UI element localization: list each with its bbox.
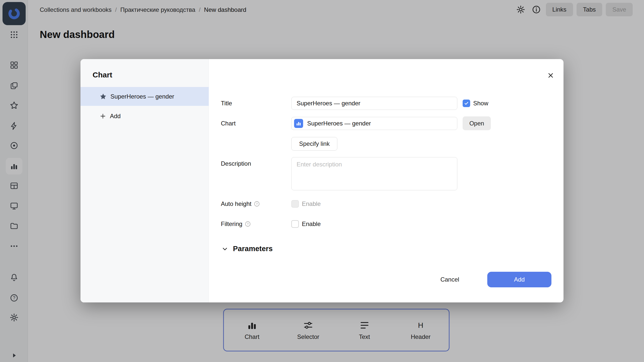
add-tab-label: Add	[110, 113, 121, 120]
add-tab-button[interactable]: Add	[80, 108, 209, 124]
description-label: Description	[221, 160, 251, 167]
parameters-label: Parameters	[233, 245, 273, 253]
svg-text:?: ?	[256, 202, 258, 206]
add-button[interactable]: Add	[487, 272, 551, 287]
star-icon	[99, 93, 107, 100]
show-label: Show	[473, 100, 488, 107]
svg-text:?: ?	[247, 222, 249, 226]
app-screen: ? Collections and workbooks Практические…	[0, 0, 644, 362]
title-label: Title	[221, 100, 232, 107]
auto-height-help-icon[interactable]: ?	[254, 201, 260, 207]
auto-height-checkbox	[291, 200, 299, 208]
title-input[interactable]	[291, 97, 457, 110]
close-icon[interactable]	[545, 70, 556, 81]
chart-select-input[interactable]: SuperHeroes — gender	[291, 117, 457, 130]
chart-select-value: SuperHeroes — gender	[307, 120, 371, 127]
dialog-body: Title Show Chart SuperHeroes — gender Op…	[209, 59, 564, 302]
filtering-help-icon[interactable]: ?	[245, 221, 251, 227]
auto-height-enable-label: Enable	[302, 200, 321, 208]
plus-icon	[99, 113, 106, 120]
dialog-title: Chart	[93, 71, 112, 79]
filtering-checkbox[interactable]	[291, 220, 299, 228]
parameters-section-toggle[interactable]: Parameters	[221, 245, 273, 253]
chart-tab-label: SuperHeroes — gender	[110, 93, 174, 100]
filtering-enable-label: Enable	[302, 220, 321, 228]
add-chart-dialog: Chart SuperHeroes — gender Add Title S	[80, 59, 564, 302]
show-checkbox[interactable]	[463, 100, 470, 107]
cancel-button[interactable]: Cancel	[430, 273, 469, 287]
description-textarea[interactable]	[291, 157, 457, 190]
filtering-label: Filtering ?	[221, 220, 251, 228]
auto-height-label: Auto height ?	[221, 200, 260, 208]
specify-link-button[interactable]: Specify link	[291, 137, 337, 151]
chart-tab-item[interactable]: SuperHeroes — gender	[80, 87, 209, 106]
chart-label: Chart	[221, 120, 236, 127]
chart-file-icon	[294, 119, 303, 128]
chevron-down-icon	[221, 245, 228, 252]
check-icon	[464, 101, 469, 106]
open-button[interactable]: Open	[463, 116, 491, 130]
dialog-sidebar: Chart SuperHeroes — gender Add	[80, 59, 209, 302]
